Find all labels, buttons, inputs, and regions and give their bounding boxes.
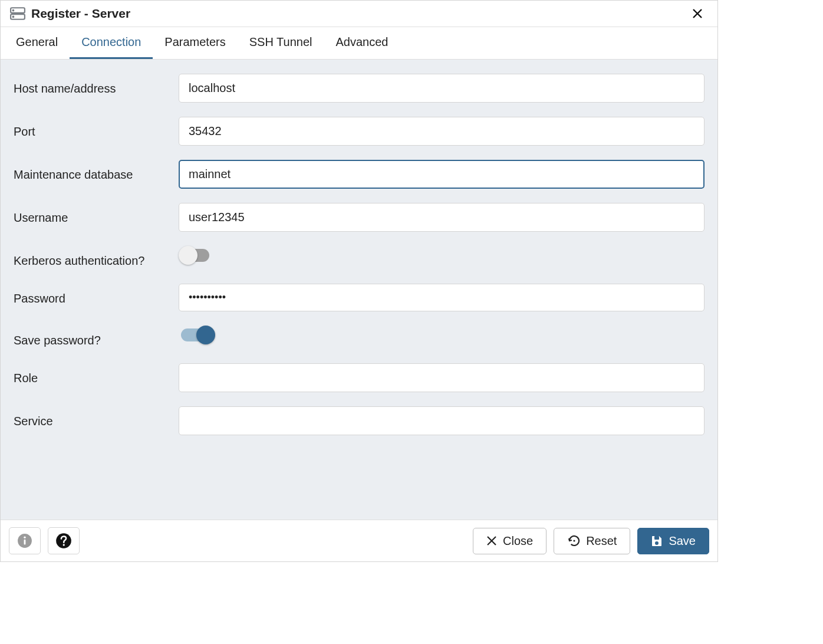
reset-button[interactable]: Reset xyxy=(554,528,630,554)
tabs: General Connection Parameters SSH Tunnel… xyxy=(1,27,717,60)
row-password: Password xyxy=(6,277,712,318)
label-password: Password xyxy=(14,284,179,307)
row-kerberos: Kerberos authentication? xyxy=(6,239,712,277)
label-maintenance-db: Maintenance database xyxy=(14,160,179,183)
label-service: Service xyxy=(14,406,179,430)
maintenance-db-input[interactable] xyxy=(179,160,705,189)
kerberos-toggle[interactable] xyxy=(179,246,215,265)
save-button-label: Save xyxy=(669,534,696,548)
row-service: Service xyxy=(6,399,712,442)
row-maintenance-db: Maintenance database xyxy=(6,153,712,196)
tab-connection[interactable]: Connection xyxy=(70,27,153,59)
svg-point-8 xyxy=(24,537,25,538)
password-input[interactable] xyxy=(179,284,705,311)
svg-rect-7 xyxy=(24,540,26,545)
help-icon-button[interactable] xyxy=(48,527,80,554)
save-button[interactable]: Save xyxy=(637,528,709,554)
tab-general[interactable]: General xyxy=(4,27,70,59)
dialog-header: Register - Server xyxy=(1,1,717,27)
label-kerberos: Kerberos authentication? xyxy=(14,246,179,270)
tab-ssh-tunnel[interactable]: SSH Tunnel xyxy=(238,27,324,59)
label-role: Role xyxy=(14,363,179,387)
label-username: Username xyxy=(14,203,179,226)
label-port: Port xyxy=(14,117,179,140)
close-x-icon xyxy=(486,535,497,546)
username-input[interactable] xyxy=(179,203,705,232)
dialog-footer: Close Reset Save xyxy=(1,520,717,561)
reset-icon xyxy=(567,535,580,547)
svg-point-2 xyxy=(13,10,14,11)
row-username: Username xyxy=(6,196,712,239)
dialog-title: Register - Server xyxy=(31,6,687,21)
role-input[interactable] xyxy=(179,363,705,392)
form-body: Host name/address Port Maintenance datab… xyxy=(1,60,717,520)
reset-button-label: Reset xyxy=(586,534,617,548)
service-input[interactable] xyxy=(179,406,705,435)
label-host: Host name/address xyxy=(14,74,179,97)
svg-point-3 xyxy=(13,17,14,18)
close-button[interactable]: Close xyxy=(473,528,547,554)
svg-point-13 xyxy=(574,540,575,541)
close-icon[interactable] xyxy=(687,5,708,22)
register-server-dialog: Register - Server General Connection Par… xyxy=(0,0,718,562)
row-save-password: Save password? xyxy=(6,318,712,356)
info-icon-button[interactable] xyxy=(9,527,41,554)
svg-point-10 xyxy=(63,544,65,546)
close-button-label: Close xyxy=(503,534,533,548)
port-input[interactable] xyxy=(179,117,705,146)
row-host: Host name/address xyxy=(6,67,712,110)
label-save-password: Save password? xyxy=(14,326,179,349)
save-password-toggle[interactable] xyxy=(179,326,215,344)
svg-point-15 xyxy=(655,541,659,545)
row-port: Port xyxy=(6,110,712,153)
row-role: Role xyxy=(6,356,712,399)
tab-parameters[interactable]: Parameters xyxy=(153,27,237,59)
host-input[interactable] xyxy=(179,74,705,103)
svg-rect-14 xyxy=(654,536,659,540)
save-icon xyxy=(651,535,663,547)
server-icon xyxy=(10,7,25,20)
tab-advanced[interactable]: Advanced xyxy=(324,27,400,59)
